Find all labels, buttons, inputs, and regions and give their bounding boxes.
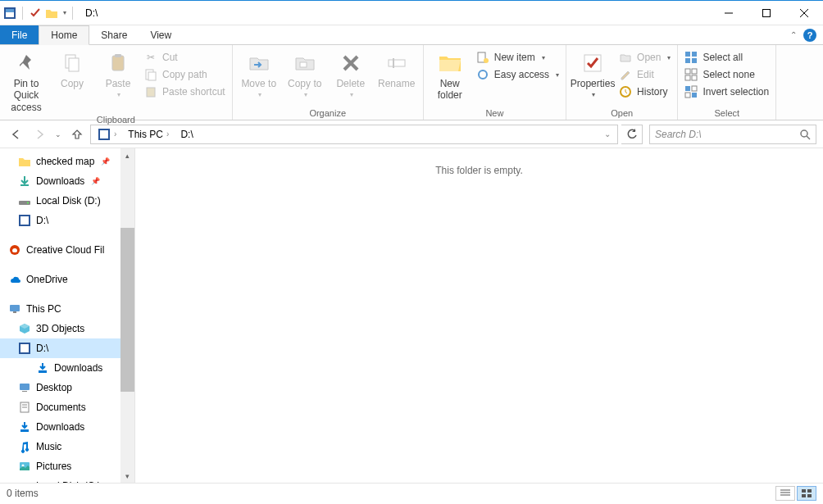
copy-path-button[interactable]: Copy path: [143, 67, 227, 82]
paste-shortcut-button[interactable]: Paste shortcut: [143, 84, 227, 99]
nav-checked-map[interactable]: checked map📌: [0, 152, 134, 171]
group-new: New folder New item▾ Easy access▾ New: [424, 45, 566, 120]
status-bar: 0 items: [0, 483, 823, 502]
select-none-button[interactable]: Select none: [683, 67, 771, 82]
svg-rect-2: [6, 9, 14, 12]
documents-icon: [18, 401, 31, 414]
new-item-button[interactable]: New item▾: [475, 50, 561, 65]
group-select: Select all Select none Invert selection …: [678, 45, 776, 120]
scroll-up-icon[interactable]: ▴: [120, 148, 134, 162]
rename-button[interactable]: Rename: [375, 47, 418, 89]
scroll-track[interactable]: [120, 162, 134, 469]
location-icon[interactable]: ›: [93, 128, 123, 141]
nav-downloads-qa[interactable]: Downloads📌: [0, 171, 134, 191]
breadcrumb-thispc[interactable]: This PC›: [123, 129, 175, 140]
help-icon[interactable]: ?: [803, 29, 816, 42]
details-view-button[interactable]: [775, 486, 795, 501]
back-button[interactable]: [7, 125, 26, 144]
collapse-ribbon-icon[interactable]: ⌃: [790, 30, 797, 39]
nav-creative-cloud[interactable]: Creative Cloud Fil: [0, 240, 134, 260]
move-to-button[interactable]: Move to▾: [238, 47, 280, 99]
open-button[interactable]: Open▾: [617, 50, 672, 65]
scroll-thumb[interactable]: [120, 228, 134, 392]
icons-view-button[interactable]: [797, 486, 816, 501]
pin-icon: 📌: [101, 157, 110, 166]
svg-rect-26: [685, 58, 690, 63]
scissors-icon: ✂: [144, 51, 157, 64]
close-button[interactable]: [785, 1, 823, 25]
tab-view[interactable]: View: [139, 25, 183, 44]
up-button[interactable]: [67, 125, 87, 144]
edit-button[interactable]: Edit: [617, 67, 672, 82]
tab-home[interactable]: Home: [39, 25, 89, 45]
paste-icon: [105, 50, 131, 76]
minimize-button[interactable]: [710, 1, 748, 25]
drive-icon: [18, 214, 31, 227]
recent-locations-button[interactable]: ⌄: [52, 125, 64, 144]
paste-button[interactable]: Paste ▾: [97, 47, 139, 99]
this-pc-icon: [8, 302, 21, 316]
easy-access-icon: [476, 68, 489, 81]
nav-this-pc[interactable]: This PC: [0, 299, 134, 319]
svg-rect-49: [20, 344, 29, 352]
nav-local-disk-d-qa[interactable]: Local Disk (D:): [0, 191, 134, 211]
tab-share[interactable]: Share: [89, 25, 139, 44]
nav-downloads-sub[interactable]: Downloads: [0, 358, 134, 378]
new-folder-icon: [437, 50, 463, 76]
select-all-icon: [684, 51, 698, 64]
copy-button[interactable]: Copy: [51, 47, 93, 89]
invert-selection-icon: [684, 85, 698, 98]
copy-to-button[interactable]: Copy to▾: [284, 47, 326, 99]
qat-dropdown-icon[interactable]: ▾: [63, 9, 66, 16]
nav-local-disk-c[interactable]: Local Disk (C:): [0, 476, 134, 483]
svg-rect-63: [802, 489, 806, 493]
history-button[interactable]: History: [617, 84, 672, 99]
tab-file[interactable]: File: [0, 25, 39, 44]
scroll-down-icon[interactable]: ▾: [120, 469, 134, 483]
refresh-button[interactable]: [621, 125, 643, 144]
cut-button[interactable]: ✂Cut: [143, 50, 227, 65]
nav-ddrive[interactable]: D:\: [0, 338, 134, 358]
address-field[interactable]: › This PC› D:\ ⌄: [90, 125, 618, 144]
nav-scrollbar[interactable]: ▴ ▾: [120, 148, 134, 483]
search-input[interactable]: [650, 129, 794, 140]
nav-onedrive[interactable]: OneDrive: [0, 270, 134, 289]
body: checked map📌 Downloads📌 Local Disk (D:) …: [0, 148, 823, 483]
nav-desktop[interactable]: Desktop: [0, 378, 134, 397]
properties-button[interactable]: Properties▾: [571, 47, 614, 99]
address-dropdown-icon[interactable]: ⌄: [599, 129, 616, 138]
open-icon: [619, 51, 632, 64]
drive-icon: [18, 479, 31, 483]
svg-rect-14: [300, 62, 307, 67]
pin-to-quick-access-button[interactable]: Pin to Quick access: [5, 47, 48, 113]
forward-button[interactable]: [30, 125, 49, 144]
search-icon[interactable]: [794, 129, 816, 140]
group-label: Select: [683, 107, 771, 120]
properties-qat-icon[interactable]: [29, 7, 42, 20]
easy-access-button[interactable]: Easy access▾: [475, 67, 561, 82]
new-item-icon: [476, 51, 489, 64]
nav-pictures[interactable]: Pictures: [0, 456, 134, 476]
delete-button[interactable]: Delete▾: [330, 47, 372, 99]
drive-icon: [18, 342, 31, 355]
nav-downloads[interactable]: Downloads: [0, 417, 134, 437]
folder-qat-icon[interactable]: [45, 7, 58, 20]
search-box[interactable]: [649, 125, 816, 144]
copy-to-icon: [292, 50, 318, 76]
svg-rect-47: [13, 311, 16, 313]
nav-documents[interactable]: Documents: [0, 397, 134, 417]
group-label: Organize: [238, 107, 418, 120]
invert-selection-button[interactable]: Invert selection: [683, 84, 771, 99]
nav-ddrive-qa[interactable]: D:\: [0, 211, 134, 230]
nav-3d-objects[interactable]: 3D Objects: [0, 319, 134, 338]
maximize-button[interactable]: [748, 1, 785, 25]
nav-music[interactable]: Music: [0, 437, 134, 456]
breadcrumb-ddrive[interactable]: D:\: [175, 129, 198, 140]
item-count: 0 items: [7, 488, 39, 499]
svg-rect-28: [685, 69, 690, 74]
quick-access-toolbar: ▾: [0, 7, 79, 20]
svg-rect-29: [692, 69, 697, 74]
new-folder-button[interactable]: New folder: [429, 47, 471, 102]
select-all-button[interactable]: Select all: [683, 50, 771, 65]
svg-point-38: [801, 130, 807, 137]
